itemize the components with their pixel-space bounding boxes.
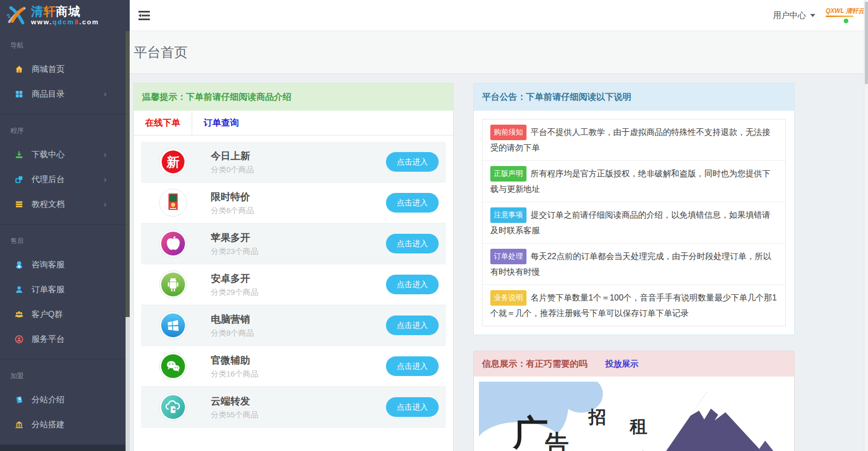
announcement-panel-header: 平台公告：下单前请仔细阅读以下说明 (474, 83, 794, 111)
category-title: 苹果多开 (211, 231, 386, 245)
sidebar-section-programs: 程序 (0, 119, 130, 142)
sidebar-item-substation-build[interactable]: 分站搭建 (0, 412, 130, 437)
announcement-item: 注意事项提交订单之前请仔细阅读商品的介绍，以免填错信息，如果填错请及时联系客服 (483, 202, 785, 243)
category-row-android-multi[interactable]: 安卓多开 分类29个商品 点击进入 (141, 264, 446, 305)
svg-text:新: 新 (166, 155, 180, 169)
sidebar-item-product-catalog[interactable]: 商品目录 › (0, 82, 130, 107)
sidebar-section-aftersales: 售后 (0, 230, 130, 252)
sidebar-item-download-center[interactable]: 下载中心 › (0, 142, 130, 167)
category-row-apple-multi[interactable]: 苹果多开 分类23个商品 点击进入 (141, 223, 446, 264)
badge-order-processing: 订单处理 (490, 249, 526, 264)
topbar: 用户中心 QXWL 清轩云 (130, 0, 864, 31)
sidebar-item-order-service[interactable]: 订单客服 (0, 277, 130, 302)
category-title: 安卓多开 (211, 272, 386, 285)
android-icon (159, 270, 187, 298)
brand-char-1: 清 (31, 5, 43, 18)
service-person-icon (14, 335, 24, 344)
page-scrollbar[interactable] (864, 0, 868, 451)
enter-category-button[interactable]: 点击进入 (386, 397, 439, 417)
qq-penguin-icon (14, 260, 24, 269)
sidebar-item-agent-backend[interactable]: 代理后台 › (0, 167, 130, 192)
list-icon (14, 200, 24, 209)
category-title: 电脑营销 (211, 313, 386, 326)
announcement-item: 业务说明名片赞下单数量1个＝100个，音音手手有说明数量最少下单几个那1个就＝几… (483, 284, 785, 326)
chevron-down-icon (810, 14, 815, 17)
windows-icon (159, 311, 187, 339)
sidebar-footer (0, 445, 126, 451)
page-scrollbar-thumb[interactable] (865, 2, 868, 84)
tab-order-query[interactable]: 订单查询 (192, 111, 250, 135)
category-row-pc-marketing[interactable]: 电脑营销 分类8个商品 点击进入 (141, 305, 446, 346)
cloud-mini-logo[interactable]: QXWL 清轩云 (826, 5, 856, 26)
user-center-dropdown[interactable]: 用户中心 (773, 10, 815, 21)
category-subtitle: 分类29个商品 (211, 288, 386, 297)
category-panel-header: 温馨提示：下单前请仔细阅读商品介绍 (134, 83, 453, 111)
category-row-wechat-assist[interactable]: 官微辅助 分类16个商品 点击进入 (141, 346, 446, 387)
enter-category-button[interactable]: 点击进入 (386, 275, 439, 294)
badge-genuine-statement: 正版声明 (490, 166, 526, 182)
bank-icon (14, 420, 24, 429)
enter-category-button[interactable]: 点击进入 (386, 193, 439, 213)
category-row-cloud-forward[interactable]: 云端转发 分类55个商品 点击进入 (141, 387, 446, 428)
category-row-limited-sale[interactable]: 限时特价 分类6个商品 点击进入 (141, 183, 446, 223)
announcement-item: 购前须知平台不提供人工教学，由于虚拟商品的特殊性不支持退款，无法接受的请勿下单 (483, 119, 785, 160)
badge-business-note: 业务说明 (490, 290, 526, 306)
cloud-mini-logo-text: QXWL 清轩云 (826, 7, 856, 14)
category-subtitle: 分类16个商品 (211, 369, 386, 379)
badge-attention: 注意事项 (490, 207, 526, 223)
category-subtitle: 分类55个商品 (211, 410, 386, 420)
ad-banner-image[interactable]: 广 告 招 租 (479, 382, 789, 451)
category-title: 限时特价 (211, 190, 386, 204)
ad-char-zhao: 招 (587, 408, 606, 427)
download-icon (14, 150, 24, 159)
sidebar-item-consult-service[interactable]: 咨询客服 (0, 252, 130, 277)
tab-online-order[interactable]: 在线下单 (134, 111, 192, 135)
sale-poster-icon (159, 189, 187, 217)
sidebar-section-join: 加盟 (0, 365, 130, 387)
sidebar-divider (0, 224, 130, 224)
brand-logo[interactable]: 清轩商城 www.qdcm8.com (0, 0, 130, 31)
badge-purchase-notice: 购前须知 (490, 125, 526, 140)
sidebar-item-customer-qq-group[interactable]: 客户Q群 (0, 302, 130, 327)
main-content: 平台首页 温馨提示：下单前请仔细阅读商品介绍 在线下单 订单查询 新 今日上新 … (130, 31, 864, 451)
ad-char-zu: 租 (629, 417, 647, 436)
category-list: 新 今日上新 分类0个商品 点击进入 限时特价 分类6个商品 (134, 136, 453, 451)
chevron-right-icon: › (104, 175, 106, 184)
enter-category-button[interactable]: 点击进入 (386, 234, 439, 253)
chevron-right-icon: › (104, 89, 106, 99)
cloud-mini-logo-decoration (826, 16, 854, 17)
announcement-list: 购前须知平台不提供人工教学，由于虚拟商品的特殊性不支持退款，无法接受的请勿下单 … (482, 119, 786, 326)
info-display-header: 信息展示：有正巧需要的吗 投放展示 (474, 351, 794, 377)
sidebar-item-tutorial-docs[interactable]: 教程文档 › (0, 192, 130, 217)
sidebar-item-mall-home[interactable]: 商城首页 (0, 57, 130, 82)
announcement-text: 提交订单之前请仔细阅读商品的介绍，以免填错信息，如果填错请及时联系客服 (490, 211, 770, 235)
sidebar-section-nav: 导航 (0, 34, 130, 57)
enter-category-button[interactable]: 点击进入 (386, 152, 439, 172)
enter-category-button[interactable]: 点击进入 (386, 315, 439, 335)
collapse-sidebar-icon[interactable] (138, 10, 150, 21)
grid-icon (14, 89, 24, 99)
page-title: 平台首页 (134, 43, 864, 62)
overlap-squares-icon (14, 175, 24, 184)
info-display-title: 信息展示：有正巧需要的吗 (482, 359, 587, 369)
category-row-today-new[interactable]: 新 今日上新 分类0个商品 点击进入 (141, 142, 446, 183)
category-subtitle: 分类8个商品 (211, 328, 386, 338)
sidebar-item-substation-intro[interactable]: 分站介绍 (0, 387, 130, 412)
sidebar-scrollbar[interactable] (126, 31, 130, 451)
enter-category-button[interactable]: 点击进入 (386, 356, 439, 376)
category-subtitle: 分类0个商品 (211, 165, 386, 175)
page-title-bar: 平台首页 (130, 31, 864, 74)
category-title: 今日上新 (211, 149, 386, 163)
announcement-text: 平台不提供人工教学，由于虚拟商品的特殊性不支持退款，无法接受的请勿下单 (490, 128, 770, 152)
place-ad-link[interactable]: 投放展示 (605, 359, 638, 368)
sidebar-item-service-platform[interactable]: 服务平台 (0, 327, 130, 352)
category-title: 云端转发 (211, 395, 386, 408)
home-icon (14, 65, 24, 74)
sidebar-scrollbar-thumb[interactable] (126, 31, 130, 317)
brand-chars-3: 商城 (56, 5, 81, 18)
users-group-icon (14, 310, 24, 319)
chevron-right-icon: › (104, 150, 106, 159)
chevron-right-icon: › (104, 200, 106, 209)
brand-char-2: 轩 (43, 5, 56, 18)
category-panel: 温馨提示：下单前请仔细阅读商品介绍 在线下单 订单查询 新 今日上新 分类0个商… (133, 83, 454, 451)
